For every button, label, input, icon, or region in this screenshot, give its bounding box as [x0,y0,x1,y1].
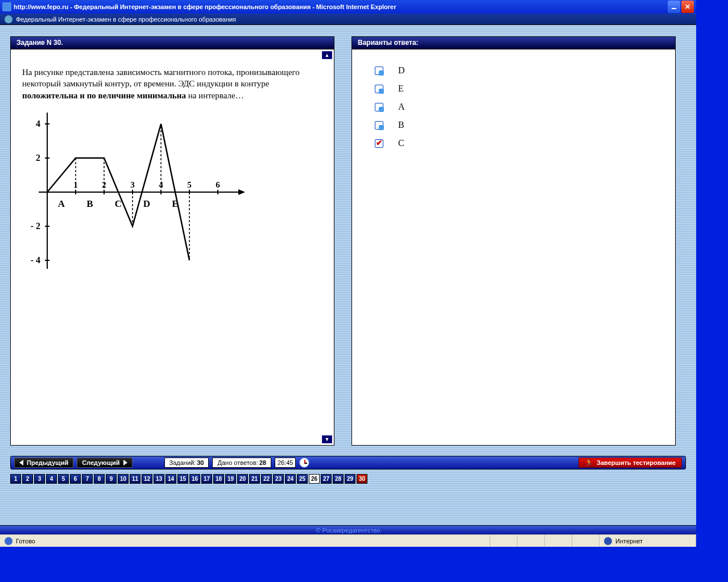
scroll-down-button[interactable]: ▼ [322,435,332,443]
close-button[interactable] [681,1,694,13]
answer-label: B [398,120,404,130]
question-nav-30[interactable]: 30 [357,474,367,484]
answer-option-A[interactable]: A [375,102,652,112]
question-nav-28[interactable]: 28 [333,474,344,484]
svg-text:2: 2 [36,153,40,163]
browser-statusbar: Готово Интернет [0,534,696,547]
answers-body: DEABC [352,49,675,445]
window-title: http://www.fepo.ru - Федеральный Интерне… [14,3,667,10]
svg-marker-3 [238,189,245,195]
answer-label: D [398,65,405,76]
ie-icon [2,2,11,11]
question-text-part2: на интервале… [186,91,244,100]
question-nav-3[interactable]: 3 [34,474,45,484]
scroll-up-button[interactable]: ▲ [322,51,332,59]
answered-count-box: Дано ответов:28 [212,458,271,468]
svg-text:C: C [115,198,122,209]
answer-label: C [398,138,404,148]
question-nav-24[interactable]: 24 [285,474,296,484]
answer-option-D[interactable]: D [375,65,652,76]
svg-text:4: 4 [36,119,40,128]
question-nav-7[interactable]: 7 [82,474,93,484]
svg-text:6: 6 [216,180,220,189]
svg-text:E: E [172,198,178,209]
svg-text:3: 3 [130,180,135,189]
footer-credit: © Росаккредагентство [0,525,696,534]
question-nav-17[interactable]: 17 [201,474,212,484]
question-nav-4[interactable]: 4 [46,474,57,484]
question-nav-18[interactable]: 18 [213,474,224,484]
answer-option-B[interactable]: B [375,120,652,130]
question-nav-14[interactable]: 14 [166,474,176,484]
question-nav-11[interactable]: 11 [130,474,140,484]
browser-tabbar: Федеральный Интернет-экзамен в сфере про… [0,14,696,25]
bottom-bar: Предыдущий Следующий Заданий: 30 Дано от… [10,456,686,469]
clock-icon [299,458,309,468]
question-nav-22[interactable]: 22 [261,474,272,484]
question-nav-25[interactable]: 25 [297,474,308,484]
question-nav-15[interactable]: 15 [177,474,188,484]
question-number-nav: 1234567891011121314151617181920212223242… [10,474,686,484]
question-nav-27[interactable]: 27 [321,474,332,484]
page-status-icon [5,537,13,545]
question-header: Задание N 30. [11,37,334,49]
question-nav-5[interactable]: 5 [58,474,69,484]
answer-label: A [398,102,405,112]
question-nav-21[interactable]: 21 [249,474,260,484]
answer-option-E[interactable]: E [375,84,652,94]
question-text-part1: На рисунке представлена зависимость магн… [22,68,300,88]
question-body: ▲ ▼ На рисунке представлена зависимость … [11,49,334,445]
question-nav-26[interactable]: 26 [309,474,320,484]
zone-icon [604,537,612,545]
answers-header: Варианты ответа: [352,37,675,49]
question-nav-6[interactable]: 6 [70,474,81,484]
question-nav-13[interactable]: 13 [154,474,164,484]
question-text-bold: положительна и по величине минимальна [22,91,186,100]
checkbox-icon[interactable] [375,85,383,93]
status-ready: Готово [0,535,490,547]
question-nav-19[interactable]: 19 [225,474,236,484]
question-nav-1[interactable]: 1 [10,474,21,484]
question-nav-10[interactable]: 10 [118,474,129,484]
svg-text:A: A [58,198,65,209]
checkbox-icon[interactable] [375,103,383,111]
question-nav-12[interactable]: 12 [142,474,152,484]
svg-text:B: B [86,198,93,209]
page-icon [5,15,13,23]
window-titlebar: http://www.fepo.ru - Федеральный Интерне… [0,0,696,14]
checkbox-icon[interactable] [375,121,383,130]
minimize-button[interactable] [668,1,680,13]
answers-panel: Варианты ответа: DEABC [351,36,676,446]
tab-title: Федеральный Интернет-экзамен в сфере про… [16,16,236,23]
runner-icon: 🏃 [585,459,593,467]
question-nav-2[interactable]: 2 [22,474,33,484]
checkbox-icon[interactable] [375,66,383,75]
svg-text:5: 5 [187,180,192,189]
answer-label: E [398,84,404,94]
question-nav-29[interactable]: 29 [345,474,355,484]
answer-option-C[interactable]: C [375,138,652,148]
question-nav-16[interactable]: 16 [189,474,200,484]
flux-chart: - 4- 224123456ABCDEФ, Вбt, c [19,113,246,272]
prev-button[interactable]: Предыдущий [14,458,73,468]
question-nav-9[interactable]: 9 [106,474,117,484]
timer-box: 26:45 [275,458,296,468]
checkbox-checked-icon[interactable] [375,139,383,148]
finish-button[interactable]: 🏃Завершить тестирование [578,458,682,468]
svg-text:- 4: - 4 [31,255,40,265]
svg-text:- 2: - 2 [31,221,40,231]
question-nav-20[interactable]: 20 [237,474,248,484]
status-zone: Интернет [599,535,696,547]
question-panel: Задание N 30. ▲ ▼ На рисунке представлен… [10,36,334,446]
next-button[interactable]: Следующий [77,458,132,468]
question-nav-8[interactable]: 8 [94,474,105,484]
question-text: На рисунке представлена зависимость магн… [11,49,334,292]
question-nav-23[interactable]: 23 [273,474,284,484]
content-area: Задание N 30. ▲ ▼ На рисунке представлен… [0,25,696,525]
tasks-count-box: Заданий: 30 [164,458,209,468]
svg-text:D: D [143,198,150,209]
